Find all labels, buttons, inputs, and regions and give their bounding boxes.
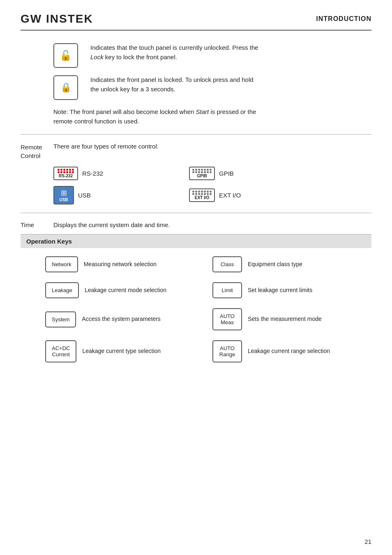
time-section: Time Displays the current system date an…	[21, 221, 371, 235]
header: GW INSTEK INTRODUCTION	[21, 12, 371, 31]
op-key-autorange-item: AUTORange Leakage current range selectio…	[212, 340, 363, 362]
remote-extio-item: EXT I/O EXT I/O	[189, 186, 300, 204]
network-desc: Measuring network selection	[84, 260, 157, 269]
remote-control-section: RemoteControl There are four types of re…	[21, 143, 371, 213]
rs232-label: RS-232	[82, 170, 103, 177]
extio-chip-label: EXT I/O	[192, 195, 212, 200]
page-number: 21	[364, 538, 371, 545]
remote-label: RemoteControl	[21, 143, 53, 160]
network-button[interactable]: Network	[45, 256, 78, 272]
gpib-chip: GPIB	[189, 167, 215, 180]
unlocked-section: 🔓 Indicates that the touch panel is curr…	[21, 43, 371, 135]
op-key-system-item: System Access the system parameters	[45, 308, 196, 330]
class-desc: Equipment class type	[248, 260, 302, 269]
time-desc: Displays the current system date and tim…	[53, 221, 170, 228]
op-key-automeas-item: AUTOMeas Sets the measurement mode	[212, 308, 363, 330]
locked-desc: Indicates the front panel is locked. To …	[90, 75, 263, 94]
note-text: Note: The front panel will also become l…	[53, 107, 259, 126]
time-label: Time	[21, 221, 53, 228]
system-button[interactable]: System	[45, 311, 76, 327]
acdccurrent-desc: Leakage current type selection	[82, 347, 161, 355]
auto-range-button[interactable]: AUTORange	[212, 340, 242, 362]
section-title: INTRODUCTION	[316, 15, 371, 23]
gpib-chip-label: GPIB	[192, 174, 212, 178]
usb-chip: ⊞ USB	[53, 186, 74, 204]
auto-range-desc: Leakage current range selection	[248, 347, 330, 355]
locked-icon-box: 🔒	[53, 75, 78, 100]
unlocked-icon-box: 🔓	[53, 43, 78, 68]
usb-icon: ⊞	[61, 188, 67, 197]
auto-meas-button[interactable]: AUTOMeas	[212, 308, 242, 330]
rs232-chip-label: RS-232	[57, 174, 75, 178]
extio-label: EXT I/O	[219, 192, 241, 199]
system-desc: Access the system parameters	[82, 315, 160, 323]
operation-keys-grid: Network Measuring network selection Clas…	[45, 256, 363, 362]
extio-chip: EXT I/O	[189, 188, 215, 202]
class-button[interactable]: Class	[212, 256, 242, 272]
op-key-network-item: Network Measuring network selection	[45, 256, 196, 272]
op-key-leakage-item: Leakage Leakage current mode selection	[45, 282, 196, 298]
locked-row: 🔒 Indicates the front panel is locked. T…	[21, 75, 371, 100]
unlocked-row: 🔓 Indicates that the touch panel is curr…	[21, 43, 371, 68]
remote-desc: There are four types of remote control.	[53, 143, 159, 150]
operation-keys-section: Operation Keys Network Measuring network…	[21, 235, 371, 362]
page: GW INSTEK INTRODUCTION 🔓 Indicates that …	[0, 0, 392, 555]
logo: GW INSTEK	[21, 12, 93, 26]
leakage-desc: Leakage current mode selection	[85, 286, 166, 295]
unlocked-desc: Indicates that the touch panel is curren…	[90, 43, 263, 62]
remote-usb-item: ⊞ USB USB	[53, 186, 164, 204]
limit-desc: Set leakage current limits	[248, 286, 312, 295]
remote-gpib-item: GPIB GPIB	[189, 167, 300, 180]
leakage-button[interactable]: Leakage	[45, 282, 79, 298]
usb-chip-label: USB	[59, 197, 68, 202]
op-key-limit-item: Limit Set leakage current limits	[212, 282, 363, 298]
gpib-label: GPIB	[219, 170, 234, 177]
remote-header: RemoteControl There are four types of re…	[21, 143, 371, 160]
limit-button[interactable]: Limit	[212, 282, 242, 298]
auto-meas-desc: Sets the measurement mode	[248, 315, 322, 323]
remote-icons-grid: RS-232 RS-232 GPIB GPIB	[53, 167, 300, 204]
lock-open-icon: 🔓	[60, 50, 72, 61]
rs232-chip: RS-232	[53, 167, 78, 180]
op-key-class-item: Class Equipment class type	[212, 256, 363, 272]
acdccurrent-button[interactable]: AC+DCCurrent	[45, 340, 76, 362]
usb-label: USB	[78, 192, 91, 199]
lock-closed-icon: 🔒	[60, 82, 71, 93]
op-key-acdccurrent-item: AC+DCCurrent Leakage current type select…	[45, 340, 196, 362]
remote-rs232-item: RS-232 RS-232	[53, 167, 164, 180]
operation-keys-header: Operation Keys	[21, 235, 371, 248]
